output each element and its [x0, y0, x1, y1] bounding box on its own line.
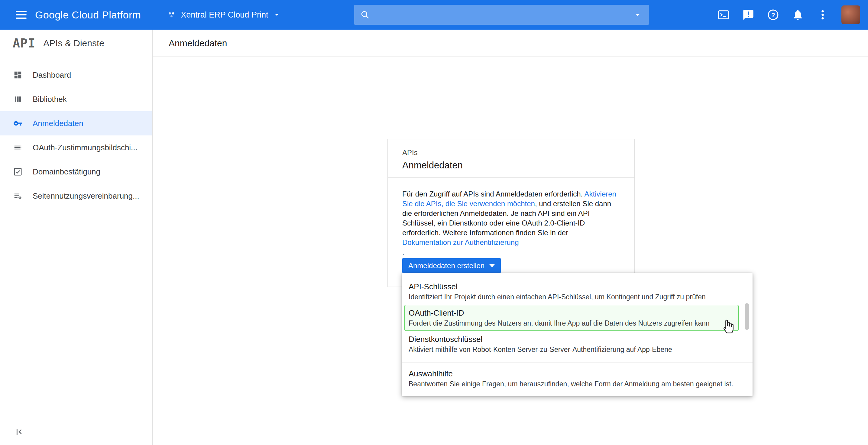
sidebar-item-library[interactable]: Bibliothek [0, 87, 152, 111]
svg-text:?: ? [771, 11, 775, 19]
sidebar-item-label: OAuth-Zustimmungsbildschi... [33, 143, 137, 152]
menu-item-title: Dienstkontoschlüssel [409, 334, 746, 344]
card-paragraph-text: Für den Zugriff auf APIs sind Anmeldedat… [402, 190, 585, 198]
search-icon [360, 10, 370, 20]
sidebar-item-dashboard[interactable]: Dashboard [0, 63, 152, 87]
search-bar[interactable] [354, 5, 649, 25]
search-chevron-down-icon[interactable] [633, 10, 642, 19]
chevron-down-icon [273, 11, 281, 19]
sidebar-item-label: Dashboard [33, 70, 71, 80]
button-chevron-down-icon [489, 264, 495, 267]
sidebar-nav: Dashboard Bibliothek Anmeldedaten OAuth-… [0, 57, 152, 208]
menu-item-title: API-Schlüssel [409, 281, 746, 292]
sidebar-item-label: Bibliothek [33, 95, 67, 104]
menu-item-description: Fordert die Zustimmung des Nutzers an, d… [409, 319, 734, 328]
more-vertical-icon[interactable] [817, 9, 829, 21]
page-title: Anmeldedaten [168, 38, 227, 48]
menu-item-title: Auswahlhilfe [409, 368, 746, 379]
menu-separator [402, 362, 752, 362]
card-title: Anmeldedaten [402, 160, 620, 171]
notifications-bell-icon[interactable] [792, 9, 804, 21]
card-body: Für den Zugriff auf APIs sind Anmeldedat… [388, 178, 634, 257]
help-icon[interactable]: ? [767, 9, 779, 21]
sidebar-item-page-usage-agreements[interactable]: Seitennutzungsvereinbarung... [0, 184, 152, 208]
menu-item-title: OAuth-Client-ID [409, 308, 734, 318]
menu-item-description: Aktiviert mithilfe von Robot-Konten Serv… [409, 345, 746, 354]
key-icon [13, 119, 22, 128]
brand-title[interactable]: Google Cloud Platform [35, 9, 141, 21]
menu-item-description: Beantworten Sie einige Fragen, um heraus… [409, 379, 746, 389]
hamburger-menu-icon[interactable] [11, 5, 31, 25]
menu-item-oauth-client-id[interactable]: OAuth-Client-ID Fordert die Zustimmung d… [404, 305, 739, 331]
sidebar-item-label: Anmeldedaten [33, 119, 84, 128]
topbar-actions: ? [717, 0, 860, 30]
sidebar-item-oauth-consent[interactable]: OAuth-Zustimmungsbildschi... [0, 136, 152, 159]
project-name: Xentral ERP Cloud Print [181, 10, 268, 20]
feedback-icon[interactable] [742, 9, 754, 21]
sidebar-item-domain-verification[interactable]: Domainbestätigung [0, 159, 152, 184]
sidebar-header: API APIs & Dienste [0, 30, 152, 57]
card-head: APIs Anmeldedaten [388, 139, 634, 171]
card-paragraph-text: . [402, 247, 617, 257]
dashboard-icon [13, 70, 22, 80]
sidebar-title: APIs & Dienste [43, 38, 104, 48]
api-logo: API [13, 36, 35, 50]
sidebar: API APIs & Dienste Dashboard Bibliothek … [0, 30, 153, 445]
create-credentials-menu: API-Schlüssel Identifiziert Ihr Projekt … [402, 273, 752, 396]
sidebar-item-label: Domainbestätigung [33, 167, 100, 177]
collapse-sidebar-icon[interactable] [12, 425, 25, 438]
sidebar-item-label: Seitennutzungsvereinbarung... [33, 191, 139, 201]
sidebar-item-credentials[interactable]: Anmeldedaten [0, 111, 152, 136]
create-credentials-button[interactable]: Anmeldedaten erstellen [402, 258, 501, 273]
create-credentials-label: Anmeldedaten erstellen [408, 262, 485, 270]
check-box-icon [13, 167, 22, 176]
list-gear-icon [13, 191, 22, 201]
menu-item-api-key[interactable]: API-Schlüssel Identifiziert Ihr Projekt … [402, 278, 752, 305]
menu-item-service-account-key[interactable]: Dienstkontoschlüssel Aktiviert mithilfe … [402, 331, 752, 357]
project-selector[interactable]: Xentral ERP Cloud Print [167, 10, 281, 20]
card-eyebrow: APIs [402, 148, 620, 157]
auth-docs-link[interactable]: Dokumentation zur Authentifizierung [402, 238, 519, 246]
cloud-shell-icon[interactable] [717, 9, 730, 21]
menu-item-description: Identifiziert Ihr Projekt durch einen ei… [409, 292, 746, 302]
topbar: Google Cloud Platform Xentral ERP Cloud … [0, 0, 868, 30]
library-icon [13, 95, 22, 104]
menu-item-help-me-choose[interactable]: Auswahlhilfe Beantworten Sie einige Frag… [402, 365, 752, 392]
menu-scrollbar-thumb[interactable] [745, 303, 749, 330]
project-icon [167, 10, 176, 19]
consent-list-icon [13, 143, 22, 152]
search-input[interactable] [370, 10, 633, 20]
credentials-card: APIs Anmeldedaten Für den Zugriff auf AP… [388, 139, 635, 287]
user-avatar[interactable] [841, 5, 860, 24]
content-header: Anmeldedaten [153, 30, 868, 57]
